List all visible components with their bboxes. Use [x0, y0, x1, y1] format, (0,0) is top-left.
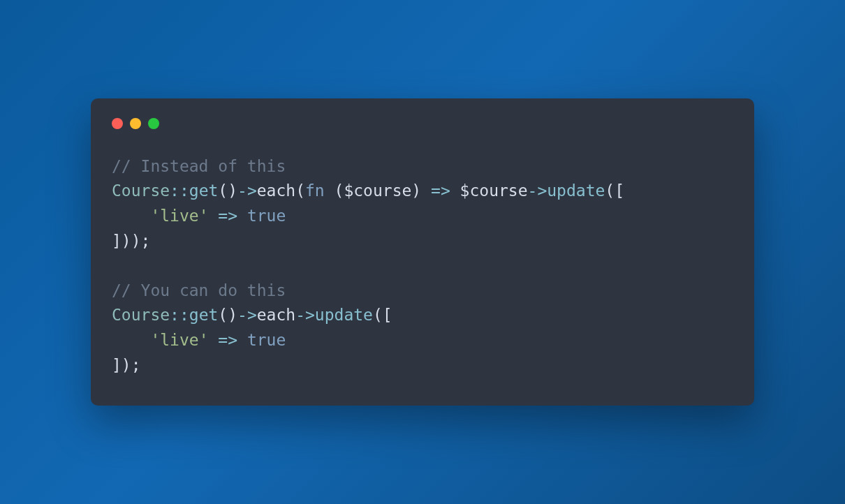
code-token: each [257, 306, 295, 324]
code-block: // Instead of this Course::get()->each(f… [112, 154, 733, 378]
code-token [450, 181, 460, 200]
code-token: each( [257, 181, 305, 200]
code-token: -> [237, 181, 257, 200]
code-token: ([ [373, 306, 392, 324]
code-token: -> [295, 306, 315, 324]
code-token [112, 207, 150, 225]
code-token: -> [528, 181, 548, 200]
code-token: true [247, 207, 286, 225]
code-token: // You can do this [112, 281, 286, 299]
code-token: ([ [605, 181, 624, 200]
code-token: :: [170, 181, 189, 200]
code-token: get [189, 306, 219, 324]
code-token: $course [460, 181, 528, 200]
code-token: () [218, 306, 237, 324]
code-token [237, 331, 247, 349]
code-token: 'live' [150, 207, 208, 225]
code-token [112, 331, 150, 349]
code-token: ]); [112, 356, 141, 374]
code-token: $course [344, 181, 411, 200]
code-token: :: [170, 306, 189, 324]
code-token [237, 207, 247, 225]
code-token: -> [237, 306, 257, 324]
zoom-icon[interactable] [148, 118, 159, 129]
code-token: Course [112, 306, 170, 324]
code-token: => [218, 207, 237, 225]
code-token: => [431, 181, 450, 200]
code-token: () [218, 181, 237, 200]
window-traffic-lights [112, 118, 733, 129]
code-token: fn [305, 181, 325, 200]
code-token: update [547, 181, 605, 200]
code-token [208, 331, 218, 349]
code-token: ) [411, 181, 431, 200]
code-token: get [189, 181, 219, 200]
code-token: => [218, 331, 237, 349]
code-token: 'live' [150, 331, 208, 349]
code-token: // Instead of this [112, 157, 286, 175]
close-icon[interactable] [112, 118, 123, 129]
code-token: update [315, 306, 373, 324]
minimize-icon[interactable] [130, 118, 141, 129]
code-token: ( [325, 181, 344, 200]
code-token: Course [112, 181, 170, 200]
code-token [208, 207, 218, 225]
code-token: ])); [112, 232, 150, 250]
code-token: true [247, 331, 286, 349]
code-window: // Instead of this Course::get()->each(f… [91, 98, 754, 406]
